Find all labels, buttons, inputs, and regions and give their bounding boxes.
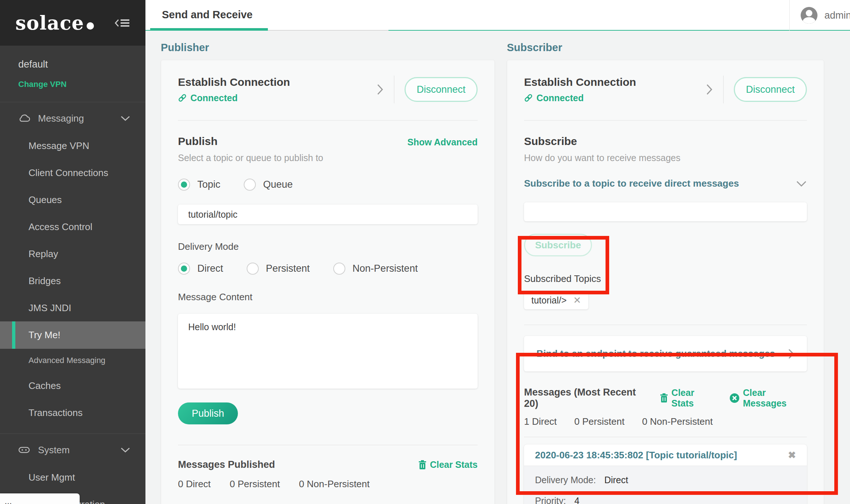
delivery-mode-radio-group: Direct Persistent Non-Persistent	[178, 263, 478, 275]
chevron-right-icon	[706, 83, 713, 96]
item-label: User Mgmt	[29, 472, 75, 483]
sidebar-section-messaging[interactable]: Messaging	[0, 104, 145, 132]
priority-key: Priority:	[535, 496, 566, 504]
subscribed-topics-label: Subscribed Topics	[524, 273, 807, 285]
username[interactable]: admin	[824, 10, 850, 21]
item-label: Message VPN	[29, 140, 89, 152]
radio-button[interactable]	[244, 179, 256, 191]
stat-direct: 1 Direct	[524, 416, 557, 427]
publish-button[interactable]: Publish	[178, 402, 238, 424]
radio-button[interactable]	[247, 263, 259, 275]
show-advanced-link[interactable]: Show Advanced	[407, 137, 478, 148]
radio-queue[interactable]: Queue	[244, 179, 293, 191]
sidebar-item-bridges[interactable]: Bridges	[0, 267, 145, 294]
message-content-textarea[interactable]: Hello world!	[178, 314, 478, 389]
radio-direct[interactable]: Direct	[178, 263, 223, 275]
message-timestamp: 2020-06-23 18:45:35:802 [Topic tutorial/…	[535, 450, 737, 461]
link-icon	[178, 93, 187, 102]
published-stats-row: 0 Direct 0 Persistent 0 Non-Persistent	[178, 478, 478, 490]
clear-messages-link[interactable]: Clear Messages	[729, 387, 807, 409]
selected-indicator	[12, 321, 15, 349]
item-label: Try Me!	[29, 329, 60, 341]
stat-persistent: 0 Persistent	[574, 416, 625, 427]
radio-label[interactable]: Persistent	[266, 263, 310, 274]
sidebar-item-advanced-messaging[interactable]: Advanced Messaging	[0, 349, 145, 372]
subscribe-button[interactable]: Subscribe	[524, 234, 592, 256]
radio-topic[interactable]: Topic	[178, 179, 220, 191]
radio-label[interactable]: Topic	[197, 179, 220, 190]
app-window: solace default Change VPN Messaging Mess…	[0, 0, 850, 504]
item-label: JMS JNDI	[29, 302, 71, 314]
item-label: Advanced Messaging	[29, 356, 105, 365]
publisher-column: Publisher Establish Connection	[161, 31, 495, 504]
radio-label[interactable]: Queue	[263, 179, 293, 190]
divider	[394, 76, 394, 103]
system-icon	[18, 446, 30, 454]
link-preview-text: …	[0, 493, 80, 504]
change-vpn-link[interactable]: Change VPN	[18, 80, 127, 89]
stat-persistent: 0 Persistent	[230, 478, 280, 490]
publish-subtitle: Select a topic or queue to publish to	[178, 153, 478, 163]
item-label: Queues	[29, 194, 62, 206]
collapse-sidebar-icon[interactable]	[115, 17, 130, 29]
subscriber-card: Establish Connection Connected	[507, 60, 824, 504]
sidebar: solace default Change VPN Messaging Mess…	[0, 0, 145, 504]
logo-text: solace	[15, 12, 84, 34]
item-label: Client Connections	[29, 167, 108, 179]
divider	[178, 445, 478, 445]
sidebar-item-try-me[interactable]: Try Me!	[0, 321, 145, 349]
radio-button-selected[interactable]	[178, 263, 190, 275]
radio-non-persistent[interactable]: Non-Persistent	[333, 263, 418, 275]
dismiss-message-icon[interactable]: ✖	[788, 450, 796, 461]
publish-topic-input[interactable]	[178, 205, 478, 224]
sidebar-header: solace	[0, 0, 145, 46]
sidebar-item-jms-jndi[interactable]: JMS JNDI	[0, 294, 145, 321]
item-label: Replay	[29, 248, 58, 260]
chevron-down-icon	[796, 180, 807, 187]
sidebar-section-system[interactable]: System	[0, 436, 145, 464]
sidebar-item-queues[interactable]: Queues	[0, 186, 145, 213]
item-label: Bridges	[29, 275, 61, 287]
messages-published-title: Messages Published	[178, 459, 275, 470]
sidebar-item-caches[interactable]: Caches	[0, 372, 145, 399]
establish-connection-title: Establish Connection	[178, 76, 376, 88]
subscriber-disconnect-button[interactable]: Disconnect	[734, 77, 807, 102]
subscribe-topic-input[interactable]	[524, 202, 807, 221]
subscriber-clear-stats-link[interactable]: Clear Stats	[660, 387, 716, 409]
subscriber-connection-row[interactable]: Establish Connection Connected	[524, 60, 807, 103]
publisher-connection-row[interactable]: Establish Connection Connected	[178, 60, 478, 103]
bind-endpoint-card[interactable]: Bind to an endpoint to receive guarantee…	[524, 336, 807, 371]
item-label: Transactions	[29, 407, 83, 419]
user-avatar-icon[interactable]	[801, 7, 817, 24]
radio-button[interactable]	[333, 263, 345, 275]
sidebar-item-access-control[interactable]: Access Control	[0, 213, 145, 240]
radio-label[interactable]: Direct	[197, 263, 223, 274]
tab-send-and-receive[interactable]: Send and Receive	[162, 9, 253, 21]
subscribe-mode-dropdown[interactable]: Subscribe to a topic to receive direct m…	[524, 178, 807, 189]
sidebar-item-message-vpn[interactable]: Message VPN	[0, 132, 145, 159]
priority-value: 4	[574, 496, 580, 504]
dropdown-selected-label[interactable]: Subscribe to a topic to receive direct m…	[524, 178, 739, 189]
received-stats-row: 1 Direct 0 Persistent 0 Non-Persistent	[524, 416, 807, 427]
chip-label: tutorial/>	[531, 295, 567, 306]
destination-radio-group: Topic Queue	[178, 179, 478, 191]
sidebar-item-client-connections[interactable]: Client Connections	[0, 159, 145, 186]
clear-messages-label: Clear Messages	[743, 387, 807, 409]
sidebar-item-replay[interactable]: Replay	[0, 240, 145, 267]
topbar: Send and Receive admin	[145, 0, 850, 31]
stat-non-persistent: 0 Non-Persistent	[299, 478, 370, 490]
received-message-card: 2020-06-23 18:45:35:802 [Topic tutorial/…	[524, 444, 807, 504]
sidebar-item-transactions[interactable]: Transactions	[0, 399, 145, 426]
solace-logo: solace	[15, 12, 94, 34]
radio-button-selected[interactable]	[178, 179, 190, 191]
connection-status: Connected	[536, 93, 584, 103]
remove-topic-icon[interactable]: ✕	[573, 295, 581, 306]
radio-label[interactable]: Non-Persistent	[353, 263, 418, 274]
sidebar-item-user-mgmt[interactable]: User Mgmt	[0, 464, 145, 491]
publisher-disconnect-button[interactable]: Disconnect	[405, 77, 478, 102]
radio-persistent[interactable]: Persistent	[247, 263, 310, 275]
publisher-clear-stats-link[interactable]: Clear Stats	[418, 459, 478, 470]
stat-direct: 0 Direct	[178, 478, 211, 490]
subscriber-column: Subscriber Establish Connection	[507, 31, 824, 504]
chevron-right-icon	[788, 348, 794, 359]
